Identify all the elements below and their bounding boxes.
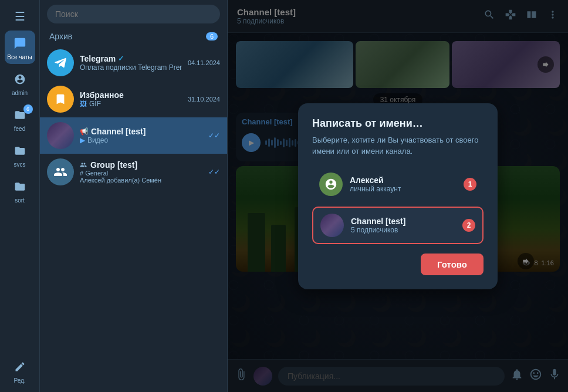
sort-icon <box>11 177 29 196</box>
telegram-chat-name: Telegram <box>80 54 116 63</box>
personal-subtitle: личный аккаунт <box>350 185 401 193</box>
group-test-avatar <box>47 158 74 185</box>
verified-icon: ✓ <box>118 55 124 63</box>
option-badge-2: 2 <box>462 219 475 232</box>
group-test-chat-info: Group [test] # General Алексей добавил(а… <box>80 160 202 184</box>
channel-option-avatar <box>320 214 344 237</box>
menu-icon: ☰ <box>15 9 25 23</box>
telegram-avatar <box>47 49 74 76</box>
modal-option-personal[interactable]: Алексей личный аккаунт 1 <box>312 167 484 202</box>
group-icon <box>80 161 87 168</box>
sort-label: sort <box>15 197 25 204</box>
channel-icon: 📢 <box>80 127 89 136</box>
feed-label: feed <box>14 126 25 132</box>
group-test-name: Group [test] <box>90 160 137 170</box>
favorites-chat-name: Избранное <box>80 90 124 100</box>
channel-option-subtitle: 5 подписчиков <box>351 226 405 234</box>
search-input[interactable] <box>47 5 220 23</box>
archive-header[interactable]: Архив 6 <box>40 28 227 45</box>
channel-test-checkmark: ✓✓ <box>208 131 220 140</box>
favorites-chat-preview: 🖼 GIF <box>80 100 182 108</box>
favorites-chat-info: Избранное 🖼 GIF <box>80 90 182 108</box>
svcs-label: svcs <box>14 161 26 168</box>
channel-test-avatar <box>47 122 74 149</box>
all-chats-label: Все чаты <box>7 54 32 60</box>
archive-badge: 6 <box>206 32 218 40</box>
svcs-icon <box>11 141 29 160</box>
channel-option-info: Channel [test] 5 подписчиков <box>351 217 405 234</box>
modal-overlay: Написать от имени… Выберите, хотите ли В… <box>228 0 568 392</box>
sidebar-item-svcs[interactable]: svcs <box>5 138 35 171</box>
group-preview-general: # General <box>80 170 108 177</box>
favorites-chat-time: 31.10.2024 <box>188 96 220 103</box>
telegram-chat-time: 04.11.2024 <box>188 59 220 66</box>
modal-option-channel[interactable]: Channel [test] 5 подписчиков 2 <box>312 207 484 244</box>
favorites-avatar <box>47 86 74 113</box>
edit-icon <box>11 357 29 376</box>
option-badge-1: 1 <box>464 178 476 191</box>
sidebar-item-edit[interactable]: Ред. <box>5 354 35 387</box>
telegram-chat-info: Telegram ✓ Оплата подписки Telegram Prem… <box>80 54 182 72</box>
channel-test-preview: ▶ Видео <box>80 136 202 144</box>
group-test-checkmark: ✓✓ <box>208 168 220 176</box>
telegram-chat-preview: Оплата подписки Telegram Premium 6... <box>80 63 182 72</box>
personal-name: Алексей <box>350 175 401 185</box>
chat-item-favorites[interactable]: Избранное 🖼 GIF 31.10.2024 <box>40 81 227 117</box>
sidebar-icons: ☰ Все чаты admin 6 feed <box>0 0 40 392</box>
feed-badge: 6 <box>23 104 33 114</box>
sidebar-item-sort[interactable]: sort <box>5 174 35 207</box>
modal-title: Написать от имени… <box>312 117 484 130</box>
channel-option-name: Channel [test] <box>351 217 405 226</box>
channel-test-name: Channel [test] <box>91 127 146 136</box>
chat-item-telegram[interactable]: Telegram ✓ Оплата подписки Telegram Prem… <box>40 45 227 81</box>
personal-option-info: Алексей личный аккаунт <box>350 175 401 193</box>
modal-footer: Готово <box>312 254 484 275</box>
sidebar-item-feed[interactable]: 6 feed <box>5 102 35 136</box>
modal-dialog: Написать от имени… Выберите, хотите ли В… <box>298 103 498 289</box>
group-preview-action: Алексей добавил(а) Семён <box>80 177 202 184</box>
edit-label: Ред. <box>13 377 25 384</box>
channel-test-chat-info: 📢 Channel [test] ▶ Видео <box>80 127 202 144</box>
video-icon: ▶ <box>80 136 85 144</box>
chat-main: Channel [test] 5 подписчиков <box>228 0 568 392</box>
modal-description: Выберите, хотите ли Вы участвовать от св… <box>312 134 484 157</box>
chat-item-channel-test[interactable]: 📢 Channel [test] ▶ Видео ✓✓ <box>40 117 227 154</box>
chat-list-panel: Архив 6 Telegram ✓ Оплата подписки Teleg… <box>40 0 228 392</box>
all-chats-icon <box>11 34 29 53</box>
admin-label: admin <box>12 90 28 96</box>
personal-avatar <box>319 173 343 196</box>
chat-item-group-test[interactable]: Group [test] # General Алексей добавил(а… <box>40 154 227 190</box>
sidebar-item-all-chats[interactable]: Все чаты <box>5 31 35 64</box>
sidebar-item-admin[interactable]: admin <box>5 66 35 100</box>
gif-icon: 🖼 <box>80 100 87 108</box>
menu-button[interactable]: ☰ <box>5 5 35 28</box>
archive-label: Архив <box>49 32 72 41</box>
modal-ok-button[interactable]: Готово <box>421 254 484 275</box>
search-bar <box>40 0 227 28</box>
admin-icon <box>11 70 29 89</box>
